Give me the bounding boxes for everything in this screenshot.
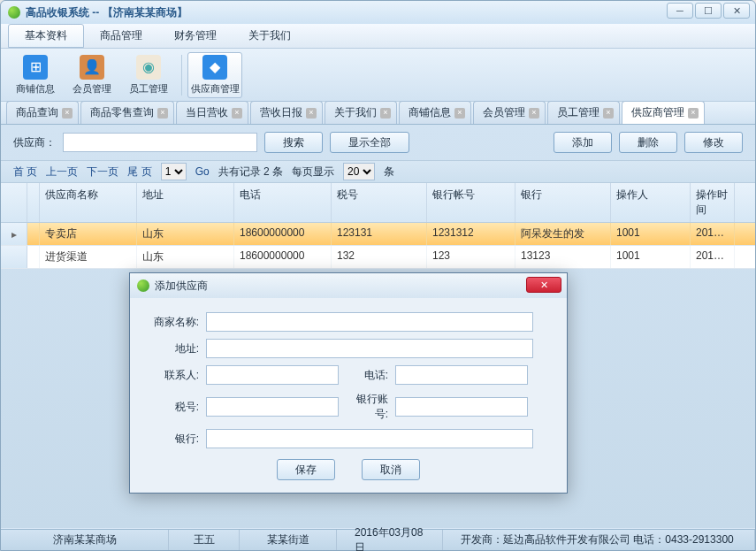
status-dev: 开发商：延边高品软件开发有限公司 电话：0433-2913300 [443, 530, 755, 550]
close-icon[interactable]: × [603, 108, 614, 119]
bankno-label: 银行账号: [346, 392, 388, 422]
row-indicator-icon: ▸ [1, 223, 27, 245]
minimize-button[interactable]: ─ [667, 3, 693, 19]
dialog-title: 添加供应商 [155, 279, 208, 294]
filter-bar: 供应商： 搜索 显示全部 添加 删除 修改 [1, 125, 755, 160]
tool-store-info[interactable]: ⊞ 商铺信息 [8, 52, 63, 98]
cancel-button[interactable]: 取消 [362, 459, 420, 480]
tax-input[interactable] [206, 397, 339, 417]
toolbar: ⊞ 商铺信息 👤 会员管理 ◉ 员工管理 ◆ 供应商管理 [1, 49, 755, 102]
menu-finance[interactable]: 财务管理 [158, 25, 233, 47]
pager-go[interactable]: Go [195, 165, 210, 178]
col-tax[interactable]: 税号 [332, 183, 427, 222]
delete-button[interactable]: 删除 [619, 132, 677, 153]
col-operator[interactable]: 操作人 [611, 183, 691, 222]
member-icon: 👤 [80, 55, 104, 80]
tool-member[interactable]: 👤 会员管理 [65, 52, 119, 98]
close-icon[interactable]: × [62, 108, 73, 119]
row-indicator-icon [1, 246, 27, 268]
tab-supplier[interactable]: 供应商管理× [622, 101, 705, 124]
grid-icon: ⊞ [23, 55, 48, 80]
col-tel[interactable]: 电话 [234, 183, 332, 222]
status-street: 某某街道 [240, 530, 337, 550]
bank-input[interactable] [206, 429, 533, 448]
name-input[interactable] [206, 312, 533, 332]
supplier-icon: ◆ [202, 55, 227, 80]
maximize-button[interactable]: ☐ [695, 3, 722, 19]
contact-input[interactable] [206, 365, 339, 385]
close-icon[interactable]: × [454, 108, 465, 119]
add-supplier-dialog: 添加供应商 ✕ 商家名称: 地址: 联系人: 电话: 税号: 银行账号: 银行: [129, 272, 568, 494]
search-button[interactable]: 搜索 [264, 132, 323, 153]
close-icon[interactable]: × [232, 108, 242, 119]
close-icon[interactable]: × [529, 108, 539, 119]
dialog-close-button[interactable]: ✕ [526, 277, 561, 293]
row-indicator-header [1, 183, 27, 222]
close-icon[interactable]: × [380, 108, 391, 119]
tab-about[interactable]: 关于我们× [325, 101, 397, 124]
close-icon[interactable]: × [157, 108, 168, 119]
close-icon[interactable]: × [306, 108, 317, 119]
tab-store-info[interactable]: 商铺信息× [399, 101, 471, 124]
tel-input[interactable] [395, 365, 528, 385]
statusbar: 济南某某商场 王五 某某街道 2016年03月08日 开发商：延边高品软件开发有… [1, 529, 755, 550]
table-row[interactable]: 进货渠道 山东 18600000000 132 123 13123 1001 2… [1, 246, 755, 269]
menu-about[interactable]: 关于我们 [233, 25, 307, 47]
tool-supplier[interactable]: ◆ 供应商管理 [187, 52, 242, 98]
pager-last[interactable]: 尾 页 [127, 165, 151, 180]
col-bank[interactable]: 银行 [515, 183, 611, 222]
col-time[interactable]: 操作时间 [691, 183, 735, 222]
save-button[interactable]: 保存 [277, 459, 335, 480]
tab-retail-query[interactable]: 商品零售查询× [80, 101, 174, 124]
tab-daily-report[interactable]: 营收日报× [250, 101, 323, 124]
add-button[interactable]: 添加 [554, 132, 612, 153]
col-name[interactable]: 供应商名称 [40, 183, 137, 222]
addr-input[interactable] [206, 339, 533, 358]
supplier-label: 供应商： [13, 135, 56, 150]
toolbar-separator [181, 55, 182, 96]
col-addr[interactable]: 地址 [137, 183, 234, 222]
col-bankno[interactable]: 银行帐号 [427, 183, 515, 222]
tab-staff[interactable]: 员工管理× [547, 101, 620, 124]
col-mark[interactable] [27, 183, 40, 222]
close-icon[interactable]: × [688, 108, 699, 119]
close-button[interactable]: ✕ [723, 3, 750, 19]
tab-member[interactable]: 会员管理× [473, 101, 546, 124]
staff-icon: ◉ [136, 55, 161, 80]
titlebar[interactable]: 高品收银系统 -- 【济南某某商场】 ─ ☐ ✕ [1, 1, 755, 24]
pager-first[interactable]: 首 页 [13, 165, 37, 180]
tax-label: 税号: [148, 400, 199, 415]
bank-label: 银行: [148, 432, 199, 447]
show-all-button[interactable]: 显示全部 [330, 132, 409, 153]
dialog-body: 商家名称: 地址: 联系人: 电话: 税号: 银行账号: 银行: 保存 取消 [130, 298, 567, 493]
status-user: 王五 [169, 530, 240, 550]
window-title: 高品收银系统 -- 【济南某某商场】 [26, 5, 187, 20]
tool-staff[interactable]: ◉ 员工管理 [121, 52, 176, 98]
page-select[interactable]: 1 [161, 163, 187, 180]
tab-today-revenue[interactable]: 当日营收× [176, 101, 248, 124]
pager-prev[interactable]: 上一页 [46, 165, 78, 180]
pager: 首 页 上一页 下一页 尾 页 1 Go 共有记录 2 条 每页显示 20 条 [1, 160, 755, 183]
status-store: 济南某某商场 [1, 530, 169, 550]
tab-product-query[interactable]: 商品查询× [6, 101, 79, 124]
app-logo-icon [137, 279, 149, 292]
pager-next[interactable]: 下一页 [87, 165, 118, 180]
tel-label: 电话: [346, 368, 388, 383]
pager-perpage-label: 每页显示 [292, 165, 334, 180]
name-label: 商家名称: [148, 315, 199, 330]
supplier-grid: 供应商名称 地址 电话 税号 银行帐号 银行 操作人 操作时间 ▸ 专卖店 山东… [1, 183, 755, 269]
bankno-input[interactable] [395, 397, 528, 417]
contact-label: 联系人: [148, 368, 199, 383]
menu-product[interactable]: 商品管理 [84, 25, 158, 47]
menu-basic-info[interactable]: 基本资料 [8, 24, 84, 48]
addr-label: 地址: [148, 341, 199, 356]
menubar: 基本资料 商品管理 财务管理 关于我们 [1, 24, 755, 49]
edit-button[interactable]: 修改 [684, 132, 743, 153]
dialog-titlebar[interactable]: 添加供应商 ✕ [130, 273, 567, 298]
perpage-select[interactable]: 20 [343, 163, 375, 180]
supplier-input[interactable] [63, 133, 257, 152]
pager-perpage-unit: 条 [384, 165, 394, 180]
tabstrip: 商品查询× 商品零售查询× 当日营收× 营收日报× 关于我们× 商铺信息× 会员… [1, 102, 755, 125]
table-row[interactable]: ▸ 专卖店 山东 18600000000 123131 1231312 阿呆发生… [1, 223, 755, 246]
grid-header: 供应商名称 地址 电话 税号 银行帐号 银行 操作人 操作时间 [1, 183, 755, 223]
